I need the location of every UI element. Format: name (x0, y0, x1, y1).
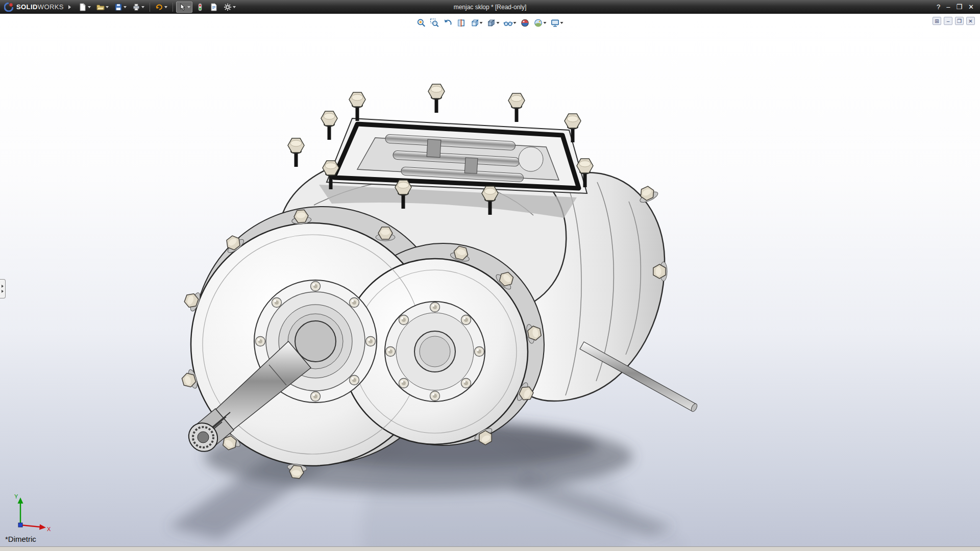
right-hub[interactable] (385, 302, 485, 402)
save-button[interactable] (112, 2, 129, 13)
new-document-dropdown[interactable] (88, 6, 91, 8)
ds-logo-icon (4, 3, 13, 12)
view-orientation-label: *Dimetric (5, 535, 36, 543)
graphics-viewport[interactable]: ⊞ – ❐ ✕ Y X *Dimetric (0, 14, 980, 546)
brand-text: SOLIDWORKS (16, 3, 64, 11)
open-button[interactable] (94, 2, 111, 13)
doc-close-button[interactable]: ✕ (966, 17, 975, 25)
undo-button[interactable] (153, 2, 169, 13)
reference-triad: Y X (11, 491, 54, 534)
undo-icon (155, 3, 163, 11)
app-logo: SOLIDWORKS (4, 3, 64, 12)
select-dropdown[interactable] (187, 6, 190, 8)
view-orientation-cube-icon (470, 18, 479, 28)
select-arrow-icon (178, 3, 186, 11)
hide-show-items-button[interactable] (502, 16, 518, 29)
apply-scene-icon (534, 18, 543, 28)
hide-show-glasses-icon (504, 18, 513, 28)
gearbox-model[interactable] (0, 14, 980, 546)
section-view-button[interactable] (455, 16, 468, 29)
undo-dropdown[interactable] (164, 6, 167, 8)
title-bar: SOLIDWORKS (0, 0, 980, 14)
close-button[interactable]: ✕ (968, 4, 974, 10)
open-folder-icon (96, 3, 105, 11)
previous-view-button[interactable] (442, 16, 454, 29)
rebuild-trafficlight-icon (196, 3, 204, 11)
triad-x-label: X (47, 526, 51, 532)
edit-appearance-button[interactable] (519, 16, 531, 29)
toolbar-separator (150, 3, 150, 12)
zoom-to-area-icon (430, 18, 439, 28)
zoom-to-fit-button[interactable] (415, 16, 428, 29)
document-window-controls: ⊞ – ❐ ✕ (933, 17, 975, 25)
status-bar (0, 546, 980, 551)
display-style-dropdown[interactable] (497, 22, 500, 24)
open-dropdown[interactable] (106, 6, 109, 8)
expand-arrow-icon (2, 285, 4, 288)
save-dropdown[interactable] (124, 6, 127, 8)
options-button[interactable] (222, 2, 238, 13)
rebuild-button[interactable] (194, 2, 206, 13)
tile-windows-button[interactable]: ⊞ (933, 17, 941, 25)
file-properties-icon (210, 3, 218, 11)
print-button[interactable] (130, 2, 146, 13)
help-button[interactable]: ? (937, 4, 940, 10)
toolbar-separator (173, 3, 173, 12)
window-title: menjac sklop * [Read-only] (454, 4, 527, 11)
minimize-button[interactable]: – (946, 4, 950, 10)
view-orientation-dropdown[interactable] (480, 22, 483, 24)
display-style-icon (487, 18, 496, 28)
hide-show-items-dropdown[interactable] (513, 22, 517, 24)
view-settings-icon (551, 18, 560, 28)
new-document-button[interactable] (77, 2, 93, 13)
doc-restore-button[interactable]: ❐ (955, 17, 964, 25)
view-settings-button[interactable] (549, 16, 565, 29)
file-properties-button[interactable] (208, 2, 220, 13)
section-view-icon (457, 18, 466, 28)
brand-bold: SOLID (16, 3, 38, 11)
view-orientation-button[interactable] (469, 16, 484, 29)
brand-light: WORKS (38, 3, 64, 11)
expand-arrow-icon (2, 290, 4, 293)
heads-up-toolbar (415, 16, 565, 29)
select-button[interactable] (176, 2, 192, 13)
view-settings-dropdown[interactable] (560, 22, 564, 24)
menu-expand-arrow[interactable] (68, 5, 71, 9)
feature-manager-flyout-tab[interactable] (0, 279, 6, 298)
save-floppy-icon (114, 3, 122, 11)
print-icon (132, 3, 140, 11)
triad-y-label: Y (14, 493, 18, 499)
print-dropdown[interactable] (141, 6, 144, 8)
apply-scene-dropdown[interactable] (544, 22, 547, 24)
previous-view-icon (444, 18, 453, 28)
zoom-to-fit-icon (417, 18, 426, 28)
options-dropdown[interactable] (233, 6, 236, 8)
apply-scene-button[interactable] (532, 16, 548, 29)
new-document-icon (79, 3, 87, 11)
display-style-button[interactable] (485, 16, 501, 29)
edit-appearance-sphere-icon (521, 18, 530, 28)
doc-minimize-button[interactable]: – (944, 17, 952, 25)
maximize-button[interactable]: ❐ (956, 4, 962, 10)
zoom-to-area-button[interactable] (429, 16, 441, 29)
options-gear-icon (224, 3, 232, 11)
window-controls: ? – ❐ ✕ (937, 4, 976, 10)
